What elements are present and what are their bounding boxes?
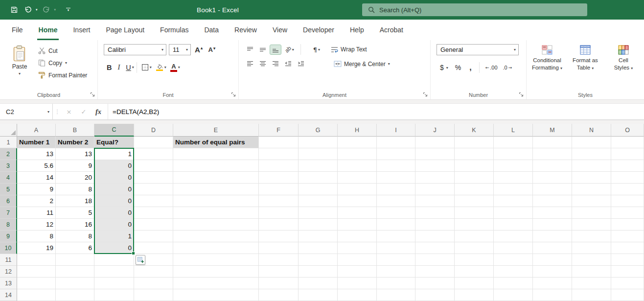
cell-F14[interactable] (259, 289, 299, 301)
autofill-options-button[interactable] (136, 255, 145, 265)
format-painter-button[interactable]: Format Painter (38, 71, 87, 79)
cell-E10[interactable] (173, 242, 259, 254)
cell-H3[interactable] (338, 160, 377, 172)
cell-B7[interactable]: 5 (56, 207, 94, 219)
cell-L8[interactable] (494, 219, 533, 231)
cell-C2[interactable]: 1 (94, 148, 134, 160)
cell-G12[interactable] (299, 266, 338, 278)
cell-E7[interactable] (173, 207, 259, 219)
cell-F7[interactable] (259, 207, 299, 219)
cell-A3[interactable]: 5.6 (17, 160, 56, 172)
cell-G11[interactable] (299, 254, 338, 266)
cell-A2[interactable]: 13 (17, 148, 56, 160)
cell-F12[interactable] (259, 266, 299, 278)
cell-I10[interactable] (377, 242, 415, 254)
cell-O9[interactable] (611, 231, 644, 242)
cell-E12[interactable] (173, 266, 259, 278)
cell-F13[interactable] (259, 278, 299, 289)
cell-O10[interactable] (611, 242, 644, 254)
tab-review[interactable]: Review (227, 20, 265, 40)
row-header-4[interactable]: 4 (0, 172, 17, 184)
cell-M11[interactable] (533, 254, 572, 266)
cell-L14[interactable] (494, 289, 533, 301)
cell-G8[interactable] (299, 219, 338, 231)
column-header-L[interactable]: L (494, 124, 533, 137)
undo-dropdown-icon[interactable]: ▾ (35, 8, 39, 12)
cell-A1[interactable]: Number 1 (17, 137, 56, 148)
cell-N7[interactable] (572, 207, 611, 219)
borders-button[interactable]: ▾ (139, 62, 154, 72)
cell-F5[interactable] (259, 184, 299, 195)
cell-B4[interactable]: 20 (56, 172, 94, 184)
middle-align-button[interactable] (257, 45, 268, 54)
cell-J10[interactable] (415, 242, 455, 254)
conditional-formatting-button[interactable]: Conditional Formatting ▾ (529, 44, 566, 90)
cell-F3[interactable] (259, 160, 299, 172)
cell-N1[interactable] (572, 137, 611, 148)
cell-K4[interactable] (455, 172, 494, 184)
cell-N4[interactable] (572, 172, 611, 184)
name-box-resizer[interactable]: ⋮ (53, 104, 62, 119)
undo-button[interactable] (22, 3, 34, 17)
cell-L6[interactable] (494, 195, 533, 207)
cell-O4[interactable] (611, 172, 644, 184)
cell-C12[interactable] (94, 266, 134, 278)
cell-E14[interactable] (173, 289, 259, 301)
cell-M10[interactable] (533, 242, 572, 254)
increase-decimal-button[interactable]: ←.00 (483, 63, 500, 72)
cell-G10[interactable] (299, 242, 338, 254)
cell-I3[interactable] (377, 160, 415, 172)
underline-button[interactable]: U (123, 64, 132, 71)
column-header-D[interactable]: D (134, 124, 173, 137)
cell-E11[interactable] (173, 254, 259, 266)
cell-K8[interactable] (455, 219, 494, 231)
cell-O7[interactable] (611, 207, 644, 219)
cell-N14[interactable] (572, 289, 611, 301)
format-as-table-button[interactable]: Format as Table ▾ (567, 44, 604, 90)
enter-button[interactable]: ✓ (76, 104, 91, 119)
align-left-button[interactable] (245, 59, 255, 69)
cell-D2[interactable] (134, 148, 173, 160)
cell-L13[interactable] (494, 278, 533, 289)
cell-I5[interactable] (377, 184, 415, 195)
cell-M13[interactable] (533, 278, 572, 289)
cell-O8[interactable] (611, 219, 644, 231)
cell-B12[interactable] (56, 266, 94, 278)
cell-K2[interactable] (455, 148, 494, 160)
cell-L11[interactable] (494, 254, 533, 266)
cell-E6[interactable] (173, 195, 259, 207)
cell-O13[interactable] (611, 278, 644, 289)
cell-M1[interactable] (533, 137, 572, 148)
cell-O11[interactable] (611, 254, 644, 266)
cell-B5[interactable]: 8 (56, 184, 94, 195)
column-header-M[interactable]: M (533, 124, 572, 137)
cell-C9[interactable]: 1 (94, 231, 134, 242)
cell-A14[interactable] (17, 289, 56, 301)
copy-button[interactable]: Copy ▾ (38, 59, 87, 67)
number-format-combobox[interactable]: General ▾ (437, 44, 519, 55)
paste-dropdown-icon[interactable]: ▾ (19, 71, 21, 76)
redo-dropdown-icon[interactable]: ▾ (54, 8, 58, 12)
cell-E13[interactable] (173, 278, 259, 289)
column-header-N[interactable]: N (572, 124, 611, 137)
orientation-button[interactable]: ab▾ (283, 45, 296, 54)
cell-M3[interactable] (533, 160, 572, 172)
cell-L7[interactable] (494, 207, 533, 219)
cell-K1[interactable] (455, 137, 494, 148)
cell-E5[interactable] (173, 184, 259, 195)
tab-view[interactable]: View (265, 20, 295, 40)
cell-J12[interactable] (415, 266, 455, 278)
cell-H4[interactable] (338, 172, 377, 184)
cell-B1[interactable]: Number 2 (56, 137, 94, 148)
bold-button[interactable]: B (104, 64, 115, 71)
cell-M6[interactable] (533, 195, 572, 207)
cell-F8[interactable] (259, 219, 299, 231)
cell-K12[interactable] (455, 266, 494, 278)
cell-D6[interactable] (134, 195, 173, 207)
cell-D14[interactable] (134, 289, 173, 301)
column-header-C[interactable]: C (94, 124, 134, 137)
cell-N10[interactable] (572, 242, 611, 254)
cell-F10[interactable] (259, 242, 299, 254)
font-size-combobox[interactable]: 11 ▾ (169, 44, 191, 55)
cell-F9[interactable] (259, 231, 299, 242)
